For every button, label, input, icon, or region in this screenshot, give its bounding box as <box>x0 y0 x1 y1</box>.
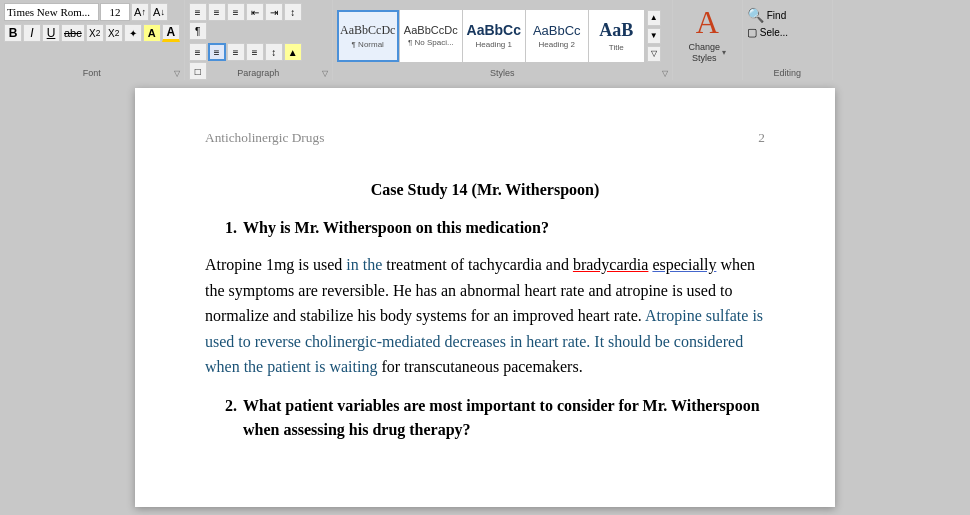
style-title-label: Title <box>609 43 624 52</box>
underline-btn[interactable]: U <box>42 24 60 42</box>
font-name-box[interactable]: Times New Rom... <box>4 3 99 21</box>
editing-items: 🔍 Find ▢ Sele... <box>747 3 828 39</box>
styles-group: AaBbCcDc ¶ Normal AaBbCcDc ¶ No Spaci...… <box>333 0 673 80</box>
subscript-btn[interactable]: X2 <box>86 24 104 42</box>
change-styles-label: ChangeStyles <box>688 42 720 64</box>
ribbon-content: Times New Rom... 12 A↑ A↓ B I U abc X2 X… <box>0 0 970 80</box>
italic-btn[interactable]: I <box>23 24 41 42</box>
increase-indent-btn[interactable]: ⇥ <box>265 3 283 21</box>
bold-btn[interactable]: B <box>4 24 22 42</box>
page-header: Anticholinergic Drugs 2 <box>205 128 765 148</box>
clear-format-btn[interactable]: ✦ <box>124 24 142 42</box>
change-styles-icon: A <box>696 6 719 38</box>
style-title-btn[interactable]: AaB Title <box>589 10 644 62</box>
body-text-1: Atropine 1mg is used in the treatment of… <box>205 252 765 380</box>
question1-container: 1. Why is Mr. Witherspoon on this medica… <box>205 216 765 240</box>
header-right: 2 <box>758 128 765 148</box>
align-right-btn[interactable]: ≡ <box>227 43 245 61</box>
find-label: Find <box>767 10 786 21</box>
decrease-indent-btn[interactable]: ⇤ <box>246 3 264 21</box>
question2-num: 2. <box>225 394 237 442</box>
highlight-btn[interactable]: A <box>143 24 161 42</box>
align-center-btn[interactable]: ≡ <box>208 43 226 61</box>
superscript-btn[interactable]: X2 <box>105 24 123 42</box>
strikethrough-btn[interactable]: abc <box>61 24 85 42</box>
styles-group-expand[interactable]: ▽ <box>662 69 668 78</box>
document-area: Anticholinergic Drugs 2 Case Study 14 (M… <box>0 80 970 515</box>
style-normal-btn[interactable]: AaBbCcDc ¶ Normal <box>337 10 399 62</box>
style-h1-btn[interactable]: AaBbCc Heading 1 <box>463 10 525 62</box>
para-list-btns: ≡ ≡ ≡ ⇤ ⇥ ↕ ¶ <box>189 3 328 40</box>
document-page[interactable]: Anticholinergic Drugs 2 Case Study 14 (M… <box>135 88 835 507</box>
style-nospace-preview: AaBbCcDc <box>404 24 458 36</box>
font-group-expand[interactable]: ▽ <box>174 69 180 78</box>
style-h2-preview: AaBbCc <box>533 23 581 38</box>
editing-group-label: Editing <box>743 68 832 78</box>
especially-word: especially <box>652 256 716 273</box>
body-colored-in: in the <box>346 256 382 273</box>
styles-row: AaBbCcDc ¶ Normal AaBbCcDc ¶ No Spaci...… <box>337 3 661 66</box>
style-nospace-label: ¶ No Spaci... <box>408 38 454 47</box>
font-group-label: Font <box>0 68 184 78</box>
find-btn[interactable]: 🔍 Find <box>747 7 828 24</box>
font-size-up-btn[interactable]: A↑ <box>131 3 149 21</box>
style-normal-label: ¶ Normal <box>352 40 384 49</box>
font-format-row: B I U abc X2 X2 ✦ A A <box>4 24 180 42</box>
change-styles-arrow: ▾ <box>722 48 726 57</box>
sort-btn[interactable]: ↕ <box>284 3 302 21</box>
styles-scroll-up[interactable]: ▲ <box>647 10 661 26</box>
numbering-btn[interactable]: ≡ <box>208 3 226 21</box>
select-btn[interactable]: ▢ Sele... <box>747 26 828 39</box>
style-title-preview: AaB <box>599 20 633 41</box>
multilevel-btn[interactable]: ≡ <box>227 3 245 21</box>
body-text-part1: Atropine 1mg is used <box>205 256 346 273</box>
question2-container: 2. What patient variables are most impor… <box>225 394 765 442</box>
para-group-expand[interactable]: ▽ <box>322 69 328 78</box>
document-title: Case Study 14 (Mr. Witherspoon) <box>205 178 765 202</box>
bullets-btn[interactable]: ≡ <box>189 3 207 21</box>
body-text-part5: for transcutaneous pacemakers. <box>377 358 582 375</box>
bradycardia-word: bradycardia <box>573 256 649 273</box>
style-normal-preview: AaBbCcDc <box>340 23 395 38</box>
style-h1-preview: AaBbCc <box>467 22 521 38</box>
font-size-box[interactable]: 12 <box>100 3 130 21</box>
font-color-btn[interactable]: A <box>162 24 180 42</box>
question1-num: 1. <box>225 216 237 240</box>
body-text-part2: treatment of tachycardia and <box>382 256 573 273</box>
select-icon: ▢ <box>747 26 757 39</box>
font-name-row: Times New Rom... 12 A↑ A↓ <box>4 3 180 21</box>
style-nospace-btn[interactable]: AaBbCcDc ¶ No Spaci... <box>400 10 462 62</box>
shading-btn[interactable]: ▲ <box>284 43 302 61</box>
paragraph-group: ≡ ≡ ≡ ⇤ ⇥ ↕ ¶ ≡ ≡ ≡ ≡ ↕ ▲ □ Paragraph ▽ <box>185 0 333 80</box>
change-styles-group: A ChangeStyles ▾ <box>673 0 743 80</box>
style-h1-label: Heading 1 <box>476 40 512 49</box>
styles-expand[interactable]: ▽ <box>647 46 661 62</box>
change-styles-label-row: ChangeStyles ▾ <box>688 42 726 64</box>
change-styles-btn[interactable]: A ChangeStyles ▾ <box>688 6 726 64</box>
find-icon: 🔍 <box>747 7 764 24</box>
style-h2-label: Heading 2 <box>539 40 575 49</box>
question1-text: Why is Mr. Witherspoon on this medicatio… <box>243 216 549 240</box>
font-size-down-btn[interactable]: A↓ <box>150 3 168 21</box>
select-label: Sele... <box>760 27 788 38</box>
para-group-label: Paragraph <box>185 68 332 78</box>
line-spacing-btn[interactable]: ↕ <box>265 43 283 61</box>
styles-scroll-col: ▲ ▼ ▽ <box>647 10 661 62</box>
ribbon: Times New Rom... 12 A↑ A↓ B I U abc X2 X… <box>0 0 970 80</box>
question2-text: What patient variables are most importan… <box>243 394 765 442</box>
justify-btn[interactable]: ≡ <box>246 43 264 61</box>
font-group: Times New Rom... 12 A↑ A↓ B I U abc X2 X… <box>0 0 185 80</box>
styles-group-label: Styles <box>333 68 672 78</box>
style-h2-btn[interactable]: AaBbCc Heading 2 <box>526 10 588 62</box>
align-left-btn[interactable]: ≡ <box>189 43 207 61</box>
styles-scroll-down[interactable]: ▼ <box>647 28 661 44</box>
editing-group: 🔍 Find ▢ Sele... Editing <box>743 0 833 80</box>
header-left: Anticholinergic Drugs <box>205 128 324 148</box>
show-marks-btn[interactable]: ¶ <box>189 22 207 40</box>
